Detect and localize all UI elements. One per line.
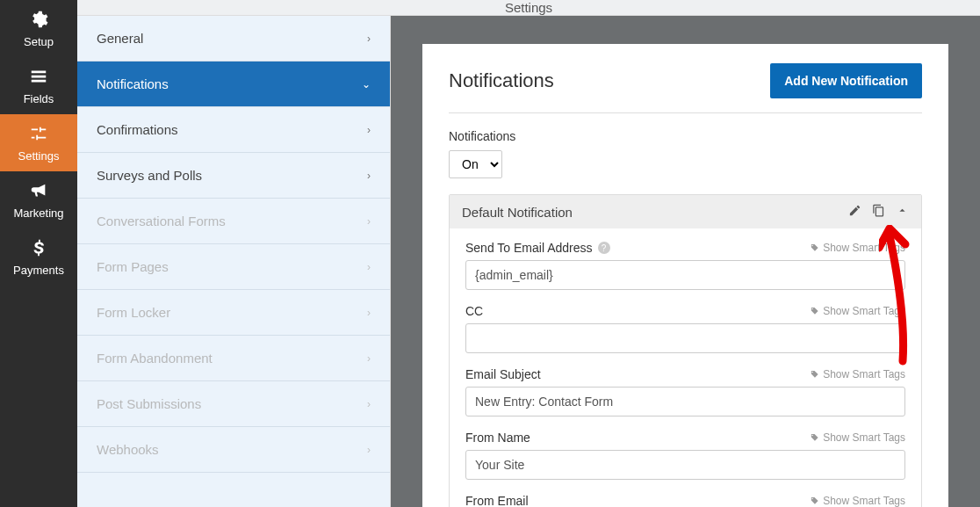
chevron-right-icon: › (367, 124, 371, 136)
sidebar-item-fields[interactable]: Fields (0, 57, 77, 114)
send-to-input[interactable] (465, 260, 905, 290)
submenu-item-notifications[interactable]: Notifications ⌄ (77, 62, 390, 107)
sidebar-item-marketing[interactable]: Marketing (0, 171, 77, 228)
submenu-item-conversational: Conversational Forms › (77, 199, 390, 244)
chevron-right-icon: › (367, 444, 371, 456)
toggle-label: Notifications (449, 129, 922, 143)
edit-icon[interactable] (848, 204, 861, 220)
submenu-item-label: Conversational Forms (97, 214, 226, 228)
field-label-from-name: From Name (465, 431, 530, 445)
chevron-right-icon: › (367, 170, 371, 182)
chevron-down-icon: ⌄ (362, 78, 371, 91)
sidebar-item-label: Marketing (13, 206, 63, 220)
submenu-item-webhooks: Webhooks › (77, 427, 390, 473)
submenu-item-label: Notifications (97, 76, 169, 91)
notification-card: Default Notification (449, 194, 922, 507)
tag-icon (810, 243, 819, 253)
submenu-item-general[interactable]: General › (77, 16, 390, 62)
submenu-item-label: Post Submissions (97, 396, 201, 411)
chevron-right-icon: › (367, 215, 371, 228)
chevron-right-icon: › (367, 33, 371, 45)
chevron-right-icon: › (367, 307, 371, 319)
show-smart-tags-link[interactable]: Show Smart Tags (810, 305, 905, 317)
submenu-item-post-submissions: Post Submissions › (77, 381, 390, 427)
show-smart-tags-link[interactable]: Show Smart Tags (810, 495, 905, 507)
field-label-subject: Email Subject (465, 367, 541, 381)
submenu-item-label: Webhooks (97, 442, 159, 457)
from-name-input[interactable] (465, 450, 905, 480)
submenu-item-label: Confirmations (97, 122, 178, 137)
help-icon[interactable]: ? (598, 242, 610, 254)
notifications-toggle-select[interactable]: On (449, 150, 502, 178)
cc-input[interactable] (465, 323, 905, 353)
sliders-icon (29, 124, 48, 149)
tag-icon (810, 370, 819, 380)
sidebar-item-label: Settings (18, 149, 60, 163)
add-notification-button[interactable]: Add New Notification (770, 63, 922, 98)
notifications-panel: Notifications Add New Notification Notif… (422, 44, 948, 507)
submenu-item-confirmations[interactable]: Confirmations › (77, 107, 390, 153)
tag-icon (810, 496, 819, 506)
submenu-item-label: General (97, 31, 143, 46)
page-title: Settings (505, 0, 552, 15)
field-label-cc: CC (465, 304, 483, 318)
gear-icon (29, 10, 48, 35)
field-label-send-to: Send To Email Address ? (465, 241, 610, 255)
sidebar-item-label: Setup (24, 35, 54, 48)
copy-icon[interactable] (872, 204, 885, 220)
submenu-item-label: Form Pages (97, 259, 169, 274)
panel-title: Notifications (449, 69, 554, 92)
list-icon (29, 67, 48, 92)
submenu-item-surveys[interactable]: Surveys and Polls › (77, 153, 390, 199)
chevron-right-icon: › (367, 261, 371, 273)
submenu-item-label: Form Abandonment (97, 351, 213, 366)
submenu-item-label: Form Locker (97, 305, 170, 320)
dollar-icon (29, 238, 48, 264)
submenu-item-form-abandonment: Form Abandonment › (77, 336, 390, 381)
tag-icon (810, 307, 819, 316)
show-smart-tags-link[interactable]: Show Smart Tags (810, 368, 905, 380)
sidebar-item-label: Fields (24, 92, 54, 105)
sidebar-item-settings[interactable]: Settings (0, 114, 77, 171)
card-title: Default Notification (462, 205, 573, 220)
bullhorn-icon (29, 181, 48, 206)
collapse-icon[interactable] (896, 204, 909, 220)
sidebar-item-payments[interactable]: Payments (0, 228, 77, 286)
chevron-right-icon: › (367, 398, 371, 410)
submenu-item-label: Surveys and Polls (97, 168, 202, 183)
submenu-item-form-pages: Form Pages › (77, 244, 390, 290)
tag-icon (810, 433, 819, 443)
sidebar-item-label: Payments (13, 264, 64, 277)
field-label-from-email: From Email (465, 494, 529, 507)
chevron-right-icon: › (367, 352, 371, 365)
show-smart-tags-link[interactable]: Show Smart Tags (810, 242, 905, 254)
show-smart-tags-link[interactable]: Show Smart Tags (810, 431, 905, 444)
subject-input[interactable] (465, 387, 905, 416)
sidebar-item-setup[interactable]: Setup (0, 0, 77, 57)
submenu-item-form-locker: Form Locker › (77, 290, 390, 336)
main-sidebar: Setup Fields Settings Marketing Payments (0, 0, 77, 507)
settings-submenu: General › Notifications ⌄ Confirmations … (77, 16, 391, 507)
page-title-bar: Settings (77, 0, 980, 16)
